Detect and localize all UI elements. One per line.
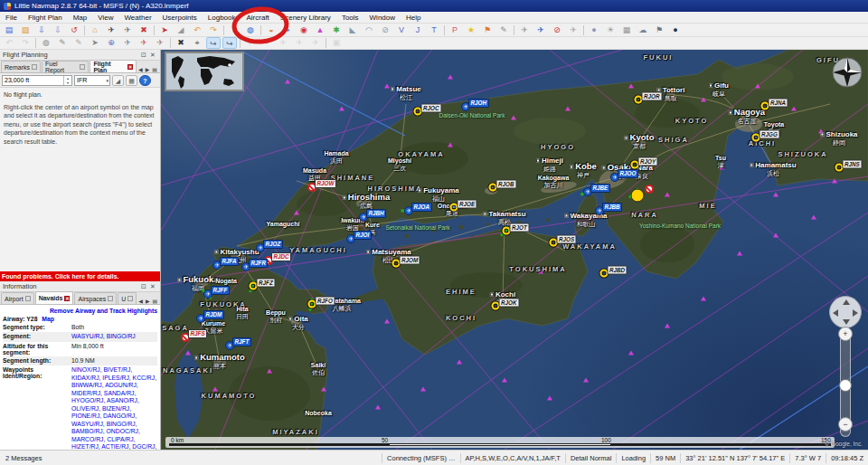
show-ils-icon[interactable]: ◣ xyxy=(345,24,360,36)
night-mode-icon[interactable]: ● xyxy=(668,24,683,36)
append-to-plan-icon[interactable]: ✈ xyxy=(120,37,135,49)
airport-marker[interactable] xyxy=(631,189,645,203)
waypoint-triangle-icon[interactable] xyxy=(832,179,837,184)
menu-flight-plan[interactable]: Flight Plan xyxy=(23,12,68,24)
show-weather-icon[interactable]: ☁ xyxy=(636,24,650,36)
waypoint-triangle-icon[interactable] xyxy=(294,211,299,215)
information-tab-u[interactable]: U xyxy=(118,292,137,304)
waypoint-triangle-icon[interactable] xyxy=(773,193,778,197)
waypoint-triangle-icon[interactable] xyxy=(185,351,191,356)
dock-float-icon[interactable]: ⊡ xyxy=(139,283,148,290)
online-aircraft-icon[interactable]: ✈ xyxy=(276,37,290,49)
flightplan-table-button[interactable]: ▦ xyxy=(126,75,137,86)
tab-scroll-left-icon[interactable]: ◀ xyxy=(137,298,144,304)
waypoint-triangle-icon[interactable] xyxy=(502,378,507,383)
information-tab-navaids[interactable]: Navaids✕ xyxy=(35,291,74,304)
show-ndb-icon[interactable]: ▲ xyxy=(313,24,327,36)
waypoint-triangle-icon[interactable] xyxy=(267,369,272,374)
airport-marker-rjfo[interactable]: RJFO xyxy=(308,300,316,308)
airport-marker-rjdm[interactable]: ✈RJDM xyxy=(196,314,205,323)
waypoint-triangle-icon[interactable] xyxy=(628,351,634,356)
waypoint-triangle-icon[interactable] xyxy=(339,107,344,111)
tab-scroll-right-icon[interactable]: ▶ xyxy=(145,66,151,72)
zoom-rect-icon[interactable]: ⌖ xyxy=(190,37,204,49)
plan-redo-icon[interactable]: ↷ xyxy=(18,37,33,49)
waypoint-triangle-icon[interactable] xyxy=(628,84,634,89)
ai-aircraft-icon[interactable]: ✈ xyxy=(243,37,258,49)
tab-list-icon[interactable]: ▤ xyxy=(151,66,158,72)
plan-undo-icon[interactable]: ↶ xyxy=(2,37,16,49)
distance-measurement-icon[interactable]: ✎ xyxy=(496,24,511,36)
waypoint-triangle-icon[interactable] xyxy=(384,84,390,89)
delete-aircraft-trail-icon[interactable]: ⊘ xyxy=(550,24,564,36)
waypoint-triangle-icon[interactable] xyxy=(583,378,589,383)
show-procedures-icon[interactable]: P xyxy=(448,24,462,36)
add-to-plan-icon[interactable]: ⊕ xyxy=(104,37,118,49)
menu-map[interactable]: Map xyxy=(68,12,93,24)
show-flight-plan-icon[interactable]: ⚑ xyxy=(480,24,495,36)
airport-marker-rjor[interactable]: RJOR xyxy=(635,96,643,104)
airport-highlight-icon[interactable] xyxy=(631,189,645,203)
show-wind-icon[interactable]: ⚑ xyxy=(652,24,666,36)
show-sun-shading-icon[interactable]: ☀ xyxy=(603,24,618,36)
waypoint-triangle-icon[interactable] xyxy=(511,116,516,120)
waypoint-triangle-icon[interactable] xyxy=(321,387,326,392)
airport-marker-rjot[interactable]: RJOT xyxy=(503,227,511,235)
airport-marker-rjfa[interactable]: ✈RJFA xyxy=(212,261,222,270)
menu-view[interactable]: View xyxy=(92,12,118,24)
measure-pattern-icon[interactable]: ✎ xyxy=(71,37,86,49)
airport-marker-rjbe[interactable]: ✈RJBE xyxy=(583,187,592,196)
follow-aircraft-icon[interactable]: ✈ xyxy=(533,24,548,36)
airport-marker-rjna[interactable]: RJNA xyxy=(761,102,769,110)
select-mode-icon[interactable]: ➤ xyxy=(88,37,102,49)
menu-help[interactable]: Help xyxy=(401,12,426,24)
menu-logbook[interactable]: Logbook xyxy=(203,12,241,24)
waypoint-triangle-icon[interactable] xyxy=(701,98,706,102)
overview-world-map[interactable] xyxy=(165,52,244,91)
pan-left-icon[interactable] xyxy=(833,309,838,317)
waypoint-triangle-icon[interactable] xyxy=(791,107,797,111)
airport-marker-rjow[interactable]: RJOW xyxy=(307,183,316,192)
waypoint-triangle-icon[interactable] xyxy=(547,396,552,401)
airport-marker-rjoe[interactable]: RJOE xyxy=(450,204,458,212)
problems-banner-link[interactable]: Found problems. Click here for details. xyxy=(0,271,160,281)
information-tab-airport[interactable]: Airport xyxy=(1,292,34,304)
airport-marker-rjfs[interactable]: RJFS xyxy=(181,333,190,342)
airport-marker-rjoi[interactable]: ✈RJOI xyxy=(346,234,355,243)
keyboard-grab-icon[interactable]: ▣ xyxy=(329,37,344,49)
remove-highlights-link[interactable]: Remove Airway and Track Highlights xyxy=(3,308,157,314)
waypoint-triangle-icon[interactable] xyxy=(375,405,381,410)
multiplayer-aircraft-icon[interactable]: ✈ xyxy=(292,37,307,49)
show-ai-traffic-icon[interactable]: ✈ xyxy=(566,24,580,36)
show-waypoints-icon[interactable]: ✱ xyxy=(329,24,344,36)
waypoint-triangle-icon[interactable] xyxy=(737,251,742,256)
new-flightplan-icon[interactable]: ▤ xyxy=(2,24,16,36)
show-logbook-icon[interactable]: J xyxy=(410,24,425,36)
compass-rose[interactable] xyxy=(829,54,865,90)
waypoint-triangle-icon[interactable] xyxy=(811,215,816,220)
waypoint-triangle-icon[interactable] xyxy=(384,319,390,324)
airport-marker-rjbb[interactable]: ✈RJBB xyxy=(595,206,604,215)
waypoint-triangle-icon[interactable] xyxy=(565,107,571,111)
open-flightplan-icon[interactable]: ▨ xyxy=(18,24,33,36)
flight-rules-combobox[interactable]: IFR ▾ xyxy=(74,75,110,86)
messages-status[interactable]: 2 Messages xyxy=(0,454,42,462)
show-globe-icon[interactable]: ◍ xyxy=(243,24,258,36)
edit-userpoint-icon[interactable]: ✈ xyxy=(153,37,167,49)
airport-marker-rjoy[interactable]: RJOY xyxy=(631,161,639,169)
airport-closed-icon[interactable] xyxy=(645,185,654,194)
show-compass-rose-icon[interactable]: ✈ xyxy=(517,24,532,36)
menu-weather[interactable]: Weather xyxy=(118,12,156,24)
waypoint-triangle-icon[interactable] xyxy=(665,324,670,328)
info-row-value[interactable]: NINOX/RJ, BIVET/RJ, KIDAX/RJ, IPLES/RJ, … xyxy=(71,366,157,451)
show-minimum-altitude-icon[interactable]: ● xyxy=(587,24,601,36)
waypoint-triangle-icon[interactable] xyxy=(755,84,760,89)
tab-list-icon[interactable]: ▤ xyxy=(152,298,159,304)
center-aircraft-icon[interactable]: ✈ xyxy=(120,24,135,36)
save-flightplan-icon[interactable]: ⇩ xyxy=(34,24,49,36)
airport-marker-rjoh[interactable]: ✈RJOH xyxy=(461,102,470,111)
dock-close-icon[interactable]: ✕ xyxy=(148,52,157,59)
pan-right-icon[interactable] xyxy=(853,309,858,317)
menu-aircraft[interactable]: Aircraft xyxy=(241,12,275,24)
show-map-grid-icon[interactable]: ▦ xyxy=(619,24,634,36)
